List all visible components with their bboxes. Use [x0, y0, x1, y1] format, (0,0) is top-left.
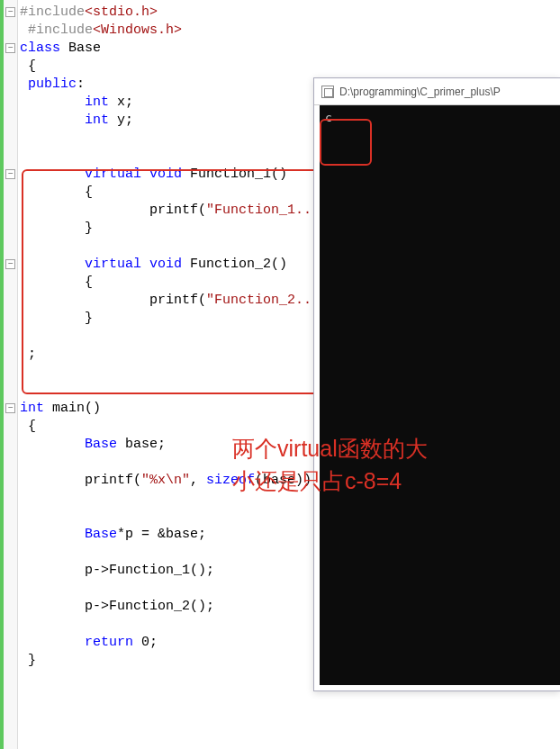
- fold-gutter: [4, 0, 18, 749]
- code-line[interactable]: int main(): [20, 400, 360, 418]
- code-line[interactable]: }: [20, 310, 360, 328]
- annotation-line2: 小还是只占c-8=4: [232, 465, 428, 497]
- fold-marker[interactable]: −: [5, 7, 15, 17]
- code-line[interactable]: [20, 148, 360, 166]
- code-line[interactable]: Base*p = &base;: [20, 526, 360, 544]
- code-line[interactable]: {: [20, 184, 360, 202]
- fold-marker[interactable]: −: [5, 403, 15, 413]
- console-output: c: [325, 111, 332, 124]
- code-line[interactable]: [20, 616, 360, 634]
- code-line[interactable]: [20, 544, 360, 562]
- annotation-text: 两个virtual函数的大 小还是只占c-8=4: [232, 432, 428, 498]
- code-line[interactable]: {: [20, 58, 360, 76]
- code-line[interactable]: printf("Function_2...\n");: [20, 292, 360, 310]
- code-line[interactable]: [20, 382, 360, 400]
- code-line[interactable]: class Base: [20, 40, 360, 58]
- fold-marker[interactable]: −: [5, 169, 15, 179]
- code-line[interactable]: printf("Function_1...\n");: [20, 202, 360, 220]
- code-line[interactable]: return 0;: [20, 634, 360, 652]
- code-line[interactable]: #include<stdio.h>: [20, 4, 360, 22]
- code-line[interactable]: ;: [20, 346, 360, 364]
- code-line[interactable]: [20, 130, 360, 148]
- code-line[interactable]: }: [20, 652, 360, 670]
- annotation-line1: 两个virtual函数的大: [232, 432, 428, 465]
- console-app-icon: [321, 86, 334, 98]
- code-area[interactable]: #include<stdio.h> #include<Windows.h>cla…: [20, 4, 360, 670]
- code-line[interactable]: public:: [20, 76, 360, 94]
- code-line[interactable]: [20, 508, 360, 526]
- code-line[interactable]: [20, 364, 360, 382]
- code-line[interactable]: virtual void Function_2(): [20, 256, 360, 274]
- code-line[interactable]: {: [20, 274, 360, 292]
- fold-marker[interactable]: −: [5, 43, 15, 53]
- code-line[interactable]: [20, 238, 360, 256]
- code-line[interactable]: [20, 580, 360, 598]
- console-body[interactable]: c: [320, 105, 560, 685]
- code-line[interactable]: p->Function_1();: [20, 562, 360, 580]
- console-titlebar[interactable]: D:\programming\C_primer_plus\P: [314, 78, 560, 105]
- console-window[interactable]: D:\programming\C_primer_plus\P c: [313, 77, 560, 691]
- code-line[interactable]: virtual void Function_1(): [20, 166, 360, 184]
- code-line[interactable]: }: [20, 220, 360, 238]
- code-line[interactable]: [20, 328, 360, 346]
- code-line[interactable]: #include<Windows.h>: [20, 22, 360, 40]
- console-title-text: D:\programming\C_primer_plus\P: [339, 86, 501, 98]
- fold-marker[interactable]: −: [5, 259, 15, 269]
- code-line[interactable]: p->Function_2();: [20, 598, 360, 616]
- code-line[interactable]: int y;: [20, 112, 360, 130]
- code-line[interactable]: int x;: [20, 94, 360, 112]
